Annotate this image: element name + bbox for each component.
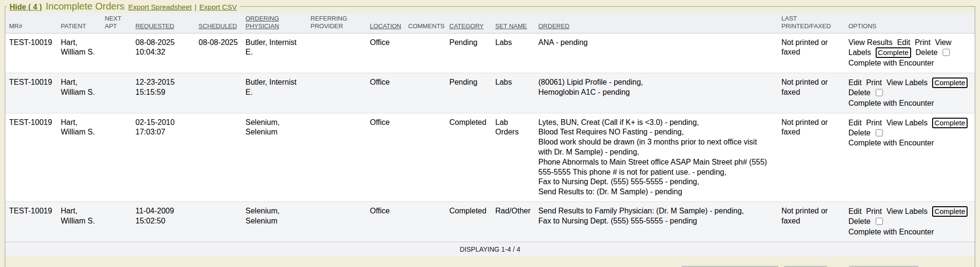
- edit-link[interactable]: Edit: [848, 78, 862, 87]
- column-header-patient: PATIENT: [57, 13, 101, 33]
- cell-next-apt: [101, 202, 132, 242]
- delete-link[interactable]: Delete: [848, 129, 870, 137]
- export-spreadsheet-link[interactable]: Export Spreadsheet: [128, 3, 192, 11]
- complete-with-encounter-link[interactable]: Complete with Encounter: [848, 58, 972, 68]
- cell-ordered: Send Results to Family Physician: (Dr. M…: [535, 202, 778, 242]
- cell-category: Completed: [445, 113, 491, 201]
- cell-options: Edit Print View Labels Complete Delete C…: [845, 202, 975, 242]
- complete-with-encounter-link[interactable]: Complete with Encounter: [848, 138, 972, 148]
- cell-patient: Hart, William S.: [57, 113, 101, 201]
- column-header-ordering-physician: ORDERING PHYSICIAN: [242, 13, 307, 33]
- table-row: TEST-10019 Hart, William S. 02-15-2010 1…: [5, 113, 975, 201]
- order-checkbox[interactable]: [876, 218, 883, 225]
- complete-with-encounter-link[interactable]: Complete with Encounter: [848, 227, 972, 237]
- export-csv-link[interactable]: Export CSV: [200, 3, 237, 11]
- cell-scheduled: [195, 202, 242, 242]
- cell-mr: TEST-10019: [5, 33, 57, 73]
- view-labels-link[interactable]: View Labels: [886, 78, 927, 87]
- cell-ordered: (80061) Lipid Profile - pending, Hemoglo…: [535, 73, 778, 113]
- cell-scheduled: [195, 73, 242, 113]
- sort-scheduled-link[interactable]: SCHEDULED: [199, 22, 237, 30]
- order-checkbox[interactable]: [943, 49, 950, 56]
- column-header-category: CATEGORY: [445, 13, 491, 33]
- order-checkbox[interactable]: [876, 89, 883, 96]
- cell-last-printed-faxed: Not printed or faxed: [778, 202, 845, 242]
- column-header-ordered: ORDERED: [535, 13, 778, 33]
- cell-scheduled: [195, 113, 242, 201]
- cell-location: Office: [366, 202, 404, 242]
- link-separator: |: [195, 3, 197, 11]
- cell-comments: [404, 73, 445, 113]
- displaying-count: DISPLAYING 1-4 / 4: [5, 242, 975, 256]
- cell-category: Pending: [445, 33, 491, 73]
- panel-header: Hide ( 4 )Incomplete OrdersExport Spread…: [7, 1, 240, 12]
- actions-bar: Complete with Encounter Check All ? Comp…: [5, 256, 975, 267]
- cell-scheduled: 08-08-2025: [195, 33, 242, 73]
- cell-ordered: ANA - pending: [535, 33, 778, 73]
- cell-location: Office: [366, 113, 404, 201]
- cell-last-printed-faxed: Not printed or faxed: [778, 113, 845, 201]
- cell-ordering-physician: Selenium, Selenium: [242, 113, 307, 201]
- column-header-last-printed-faxed: LAST PRINTED/FAXED: [778, 13, 845, 33]
- column-header-set-name: SET NAME: [491, 13, 535, 33]
- delete-link[interactable]: Delete: [915, 48, 937, 56]
- column-header-options: OPTIONS: [845, 13, 975, 33]
- column-header-mr: MR#: [5, 13, 57, 33]
- sort-requested-link[interactable]: REQUESTED: [135, 22, 174, 30]
- edit-link[interactable]: Edit: [848, 207, 862, 215]
- delete-link[interactable]: Delete: [848, 217, 870, 225]
- print-link[interactable]: Print: [915, 38, 931, 46]
- delete-link[interactable]: Delete: [848, 89, 870, 97]
- sort-set-name-link[interactable]: SET NAME: [495, 22, 527, 30]
- cell-location: Office: [366, 33, 404, 73]
- cell-referring-provider: [307, 202, 366, 242]
- cell-set-name: Rad/Other: [491, 202, 535, 242]
- cell-patient: Hart, William S.: [57, 202, 101, 242]
- cell-next-apt: [101, 73, 132, 113]
- complete-button[interactable]: Complete: [876, 47, 911, 58]
- cell-set-name: Labs: [491, 33, 535, 73]
- cell-set-name: Labs: [491, 73, 535, 113]
- complete-button[interactable]: Complete: [932, 206, 968, 217]
- edit-link[interactable]: Edit: [848, 119, 862, 127]
- cell-referring-provider: [307, 113, 366, 201]
- column-header-next-apt: NEXT APT: [101, 13, 132, 33]
- print-link[interactable]: Print: [866, 207, 882, 215]
- sort-category-link[interactable]: CATEGORY: [449, 22, 484, 30]
- cell-patient: Hart, William S.: [57, 73, 101, 113]
- complete-with-encounter-link[interactable]: Complete with Encounter: [848, 99, 972, 109]
- cell-mr: TEST-10019: [5, 113, 57, 201]
- cell-category: Completed: [445, 202, 491, 242]
- edit-link[interactable]: Edit: [897, 38, 911, 46]
- complete-button[interactable]: Complete: [932, 78, 968, 88]
- cell-next-apt: [101, 113, 132, 201]
- table-footer-row: DISPLAYING 1-4 / 4: [5, 242, 975, 256]
- cell-last-printed-faxed: Not printed or faxed: [778, 73, 845, 113]
- column-header-location: LOCATION: [366, 13, 404, 33]
- cell-comments: [404, 33, 445, 73]
- print-link[interactable]: Print: [866, 78, 882, 87]
- order-checkbox[interactable]: [876, 129, 883, 136]
- cell-requested: 11-04-2009 15:02:50: [132, 202, 195, 242]
- print-link[interactable]: Print: [866, 119, 882, 127]
- column-header-referring-provider: REFERRING PROVIDER: [307, 13, 366, 33]
- view-labels-link[interactable]: View Labels: [886, 119, 927, 127]
- sort-ordered-link[interactable]: ORDERED: [538, 22, 569, 30]
- view-results-link[interactable]: View Results: [848, 38, 892, 46]
- sort-ordering-physician-link[interactable]: ORDERING PHYSICIAN: [245, 15, 279, 30]
- view-labels-link[interactable]: View Labels: [886, 207, 927, 215]
- table-row: TEST-10019 Hart, William S. 11-04-2009 1…: [5, 202, 975, 242]
- cell-next-apt: [101, 33, 132, 73]
- cell-location: Office: [366, 73, 404, 113]
- cell-requested: 02-15-2010 17:03:07: [132, 113, 195, 201]
- cell-category: Pending: [445, 73, 491, 113]
- complete-button[interactable]: Complete: [932, 118, 968, 128]
- hide-link[interactable]: Hide ( 4 ): [10, 3, 42, 11]
- sort-location-link[interactable]: LOCATION: [370, 22, 401, 30]
- table-row: TEST-10019 Hart, William S. 12-23-2015 1…: [5, 73, 975, 113]
- cell-set-name: Lab Orders: [491, 113, 535, 201]
- table-row: TEST-10019 Hart, William S. 08-08-2025 1…: [5, 33, 975, 73]
- cell-referring-provider: [307, 73, 366, 113]
- cell-requested: 08-08-2025 10:04:32: [132, 33, 195, 73]
- cell-patient: Hart, William S.: [57, 33, 101, 73]
